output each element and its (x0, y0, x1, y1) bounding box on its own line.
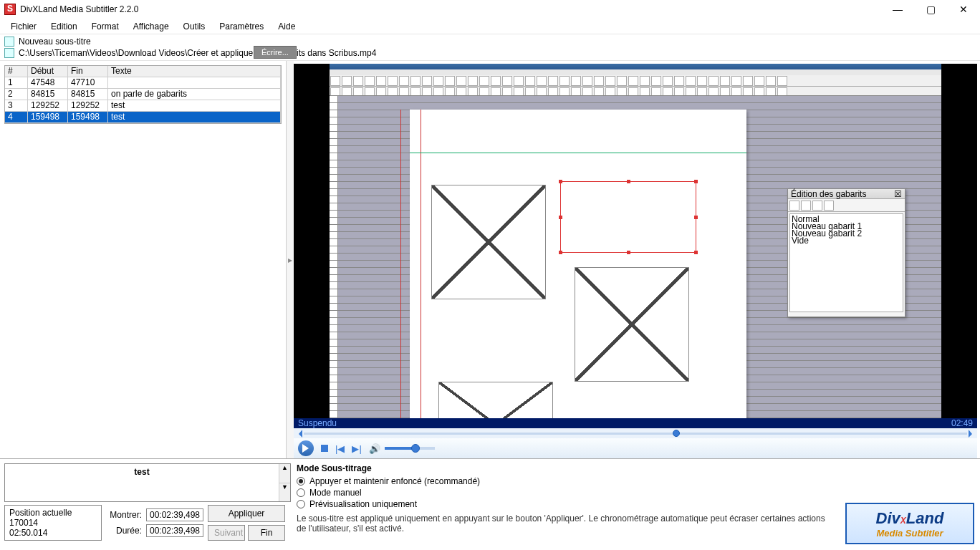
next-subtitle-button[interactable]: Suivant (208, 525, 245, 541)
volume-icon[interactable]: 🔊 (369, 443, 380, 454)
volume-slider[interactable] (385, 447, 435, 450)
col-header[interactable]: Texte (108, 66, 281, 77)
video-duration: 02:49 (951, 418, 973, 428)
panel-close-icon: ☒ (894, 189, 902, 199)
duration-input[interactable] (146, 524, 203, 537)
table-row[interactable]: 4159498159498test (5, 112, 281, 123)
video-pane: Édition des gabarits☒ NormalNouveau gaba… (294, 61, 980, 458)
brand-logo: DivXLand Media Subtitler (845, 503, 974, 544)
scribus-page (410, 110, 746, 428)
editor-pane: test ▲ ▼ Position actuelle 170014 02:50.… (0, 458, 980, 550)
new-subtitle-label: Nouveau sous-titre (19, 37, 91, 47)
stop-button[interactable] (321, 445, 328, 452)
menu-fichier[interactable]: Fichier (4, 20, 43, 33)
subtitle-list-pane: #DébutFinTexte1475484771028481584815on p… (0, 61, 287, 458)
video-path: C:\Users\Ticeman\Videos\Download Videos\… (19, 48, 376, 58)
seek-bar[interactable] (294, 428, 977, 438)
splitter[interactable]: ▸ (287, 61, 294, 458)
menu-format[interactable]: Format (85, 20, 125, 33)
video-file-icon (4, 48, 14, 58)
show-time-input[interactable] (146, 508, 203, 521)
table-row[interactable]: 14754847710 (5, 77, 281, 89)
table-row[interactable]: 3129252129252test (5, 100, 281, 112)
menu-affichage[interactable]: Affichage (127, 20, 176, 33)
video-preview[interactable]: Édition des gabarits☒ NormalNouveau gaba… (294, 64, 977, 428)
total-duration: 02:50.014 (9, 528, 97, 538)
video-status: Suspendu (298, 418, 337, 428)
menu-outils[interactable]: Outils (177, 20, 212, 33)
col-header[interactable]: # (5, 66, 28, 77)
subtitle-file-icon (4, 37, 14, 47)
menu-paramètres[interactable]: Paramètres (213, 20, 270, 33)
panel-title: Édition des gabarits (791, 189, 866, 199)
subtitle-table[interactable]: #DébutFinTexte1475484771028481584815on p… (4, 65, 282, 124)
table-row[interactable]: 28481584815on parle de gabarits (5, 89, 281, 100)
write-hint-overlay: Écrire... (254, 46, 297, 59)
minimize-button[interactable]: — (881, 0, 914, 19)
position-label: Position actuelle (9, 508, 97, 518)
titlebar: DivXLand Media Subtitler 2.2.0 — ▢ ✕ (0, 0, 980, 19)
menubar: FichierEditionFormatAffichageOutilsParam… (0, 19, 980, 34)
maximize-button[interactable]: ▢ (914, 0, 947, 19)
mode-radio[interactable]: Mode manuel (297, 488, 976, 498)
next-button[interactable]: ▶| (352, 443, 361, 454)
player-controls: |◀ ▶| 🔊 (294, 438, 977, 458)
filebar: Nouveau sous-titre C:\Users\Ticeman\Vide… (0, 34, 980, 61)
menu-aide[interactable]: Aide (272, 20, 302, 33)
col-header[interactable]: Fin (68, 66, 108, 77)
close-button[interactable]: ✕ (947, 0, 980, 19)
scroll-up-icon[interactable]: ▲ (279, 464, 290, 483)
app-title: DivXLand Media Subtitler 2.2.0 (20, 4, 881, 14)
position-value: 170014 (9, 518, 97, 528)
duration-label: Durée: (106, 526, 142, 536)
apply-button[interactable]: Appliquer (208, 505, 285, 522)
show-label: Montrer: (106, 510, 142, 520)
scribus-templates-panel: Édition des gabarits☒ NormalNouveau gaba… (787, 188, 905, 317)
menu-edition[interactable]: Edition (44, 20, 84, 33)
app-icon (4, 4, 16, 15)
play-button[interactable] (298, 440, 314, 456)
mode-title: Mode Sous-titrage (297, 463, 976, 473)
scroll-down-icon[interactable]: ▼ (279, 483, 290, 502)
mode-radio[interactable]: Appuyer et maintenir enfoncé (recommandé… (297, 476, 976, 486)
end-button[interactable]: Fin (248, 525, 285, 541)
subtitle-text-input[interactable]: test (5, 464, 279, 501)
prev-button[interactable]: |◀ (335, 443, 345, 454)
mode-description: Le sous-titre est appliqué uniquement en… (297, 513, 827, 534)
position-box: Position actuelle 170014 02:50.014 (4, 505, 102, 541)
seek-start-icon[interactable] (295, 430, 302, 438)
col-header[interactable]: Début (28, 66, 68, 77)
seek-end-icon[interactable] (969, 430, 976, 438)
